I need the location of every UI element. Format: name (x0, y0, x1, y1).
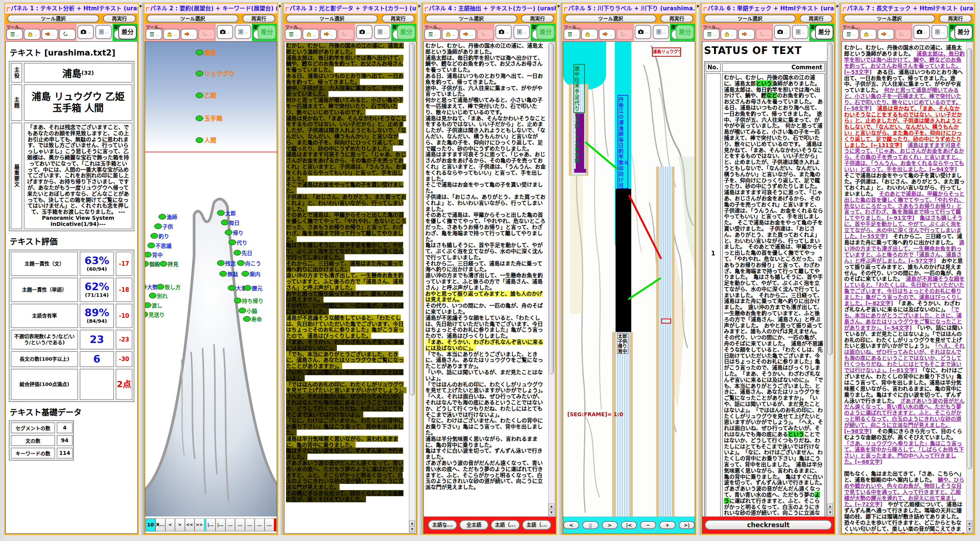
scrollbar[interactable]: ▲▼ (409, 42, 415, 533)
playback-button[interactable]: − (640, 521, 656, 529)
arrow-button[interactable]: ... (41, 29, 58, 40)
diff-button[interactable]: 差分 (536, 25, 555, 39)
keyword-sub[interactable]: 太郎 (217, 210, 236, 216)
pager-button[interactable]: ... (245, 518, 255, 531)
keyword-main[interactable]: 乙姫 (196, 92, 217, 99)
diff-button[interactable]: 差分 (676, 25, 694, 39)
lock-bag-button[interactable]: ... (163, 29, 180, 40)
keyword-sub[interactable]: 毎日 (221, 220, 240, 226)
arrow-button[interactable]: ... (599, 29, 616, 40)
scrollbar[interactable]: ▲▼ (827, 42, 833, 516)
lock-bag-button[interactable]: ... (581, 29, 598, 40)
keyword-sub[interactable]: 拝見 (160, 261, 179, 267)
trash-button[interactable]: ... (285, 29, 302, 40)
keyword-sub[interactable]: 腰元 (244, 285, 263, 291)
arrow-button[interactable]: ... (181, 29, 198, 40)
camera-button[interactable]: ... (913, 25, 930, 39)
trash-button[interactable]: ... (145, 29, 162, 40)
clip-button[interactable]: ... (477, 29, 494, 40)
keyword-sub[interactable]: 先日 (234, 250, 253, 256)
arrow-button[interactable]: ... (877, 29, 894, 40)
keyword-sub[interactable]: 大事 (228, 285, 247, 291)
keyword-sub[interactable]: 代り (229, 240, 248, 246)
diff-button[interactable]: 差分 (815, 25, 833, 39)
scrollbar-thumb[interactable] (828, 43, 833, 355)
notes-button[interactable]: ... (235, 25, 251, 39)
pager-button[interactable]: ... (255, 518, 265, 531)
camera-button[interactable]: ... (217, 25, 233, 39)
scroll-up-icon[interactable]: ▲ (549, 503, 554, 509)
rerun-button[interactable]: 再実行 (660, 15, 693, 23)
keyword-sub[interactable]: 残念 (217, 260, 236, 266)
keyword-sub[interactable]: 向こう (237, 260, 261, 266)
panel-splitter[interactable] (696, 3, 701, 535)
trash-button[interactable]: ... (564, 29, 580, 40)
keyword-sub[interactable]: 致し方 (157, 284, 181, 290)
rerun-button[interactable]: 再実行 (242, 15, 275, 23)
scroll-down-icon[interactable]: ▼ (409, 526, 415, 532)
rerun-button[interactable]: 再実行 (103, 15, 136, 23)
keyword-main[interactable]: 玉手箱 (196, 115, 223, 122)
clip-button[interactable]: ... (59, 29, 76, 40)
clip-button[interactable]: ... (895, 29, 912, 40)
lock-bag-button[interactable]: ... (860, 29, 877, 40)
playback-button[interactable]: + (659, 521, 675, 529)
keyword-sub[interactable]: 小脇 (239, 308, 258, 314)
keyword-sub[interactable]: 子供 (155, 224, 173, 230)
camera-button[interactable]: ... (356, 25, 372, 39)
checkresult-button[interactable]: checkresult (705, 520, 832, 530)
tool-select-button[interactable]: ツール選択 (843, 15, 935, 23)
camera-button[interactable]: ... (635, 25, 651, 39)
tool-select-button[interactable]: ツール選択 (704, 15, 796, 23)
trash-button[interactable]: ... (424, 29, 441, 40)
pager-button[interactable]: << (185, 518, 195, 531)
lock-bag-button[interactable]: ... (302, 29, 319, 40)
lock-bag-button[interactable]: ... (442, 29, 459, 40)
pager-button[interactable]: R... (155, 518, 165, 531)
subject-button[interactable]: 主語（... (522, 520, 551, 530)
playback-button[interactable]: ▯ (582, 521, 598, 529)
tool-select-button[interactable]: ツール選択 (565, 15, 657, 23)
keyword-sub[interactable]: 大勢 (145, 284, 158, 290)
clip-button[interactable]: ... (338, 29, 354, 40)
playback-button[interactable]: >| (679, 521, 695, 529)
tool-select-button[interactable]: ツール選択 (147, 15, 238, 23)
pager-button[interactable]: |... (216, 518, 225, 531)
lock-bag-button[interactable]: ... (24, 29, 41, 40)
pager-button[interactable]: ... (225, 518, 235, 531)
subject-button[interactable]: 全主語 (459, 520, 488, 530)
keyword-sub[interactable]: 持ち帰り (234, 298, 264, 304)
diff-button[interactable]: 差分 (954, 25, 973, 39)
scroll-down-icon[interactable]: ▼ (549, 510, 554, 515)
rerun-button[interactable]: 再実行 (800, 15, 833, 23)
notes-button[interactable]: ... (374, 25, 390, 39)
scrollbar[interactable]: ▲▼ (966, 42, 973, 533)
playback-button[interactable]: |< (621, 521, 637, 529)
scrollbar-thumb[interactable] (967, 48, 972, 469)
diff-button[interactable]: 差分 (118, 25, 137, 39)
keyword-sub[interactable]: 無駄 (220, 271, 238, 277)
pager-button[interactable]: < (165, 518, 175, 531)
camera-button[interactable]: ... (774, 25, 791, 39)
arrow-button[interactable]: ... (320, 29, 337, 40)
playback-button[interactable]: < (563, 521, 579, 529)
panel-splitter[interactable] (418, 3, 422, 535)
scrollbar[interactable]: ▲▼ (548, 42, 555, 516)
panel-splitter[interactable] (557, 3, 562, 535)
scrollbar-thumb[interactable] (549, 43, 554, 374)
rerun-button[interactable]: 再実行 (521, 15, 554, 23)
trash-button[interactable]: ... (703, 29, 720, 40)
keyword-sub[interactable]: 帰り (225, 230, 244, 236)
camera-button[interactable]: ... (495, 25, 512, 39)
rerun-button[interactable]: 再実行 (939, 15, 972, 23)
keyword-sub[interactable]: 漁師 (159, 214, 178, 220)
lock-bag-button[interactable]: ... (720, 29, 737, 40)
trash-button[interactable]: ... (6, 29, 23, 40)
panel-splitter[interactable] (278, 3, 283, 535)
notes-button[interactable]: ... (513, 25, 530, 39)
clip-button[interactable]: ... (198, 29, 215, 40)
notes-button[interactable]: ... (931, 25, 948, 39)
scrollbar-thumb[interactable] (410, 43, 415, 396)
pager-button[interactable]: |... (206, 518, 216, 531)
diff-button[interactable]: 差分 (397, 25, 415, 39)
